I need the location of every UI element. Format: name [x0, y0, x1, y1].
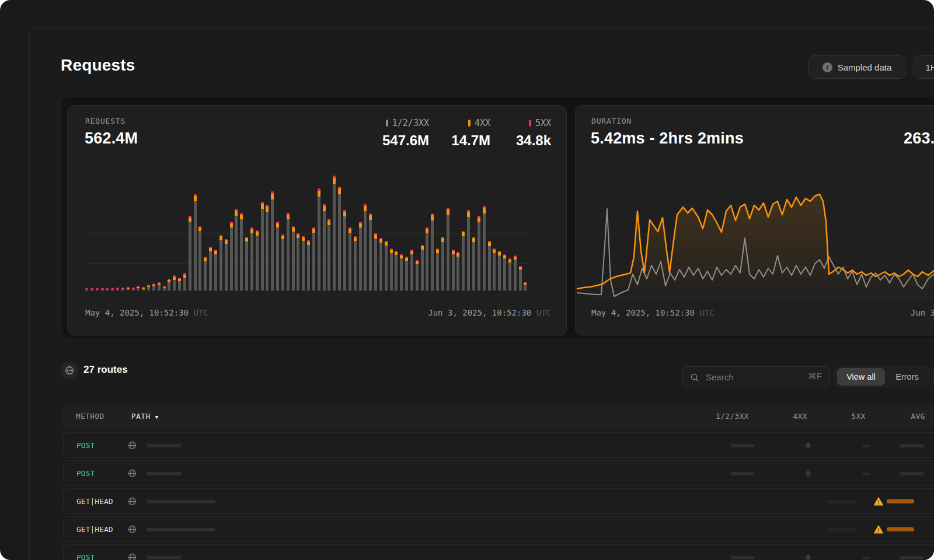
chart-bar	[225, 239, 228, 290]
globe-icon	[128, 441, 137, 450]
duration-line-chart	[575, 187, 934, 303]
legend-4xx-value: 14.7M	[451, 132, 490, 149]
chart-bar	[369, 214, 372, 290]
legend-4xx: 4XX 14.7M	[435, 118, 490, 149]
route-row[interactable]: GET|HEAD	[63, 488, 934, 514]
chart-bar	[410, 250, 413, 290]
duration-date-start: May 4, 2025, 10:52:30 UTC	[591, 308, 715, 317]
chart-bar	[198, 226, 201, 290]
chart-bar	[281, 235, 284, 290]
chart-bar	[219, 235, 222, 290]
chart-bar	[292, 226, 295, 290]
chart-bar	[436, 249, 439, 290]
search-input[interactable]	[705, 367, 798, 387]
chart-bar	[240, 213, 243, 290]
chart-bar	[333, 176, 336, 290]
sampled-data-button[interactable]: i Sampled data	[808, 55, 905, 79]
chart-bar	[364, 204, 367, 290]
chart-bar	[421, 245, 424, 290]
4xx-value: 0	[787, 470, 810, 478]
route-row[interactable]: POST0	[63, 544, 934, 560]
chart-bar	[111, 288, 114, 290]
search-shortcut: ⌘F	[808, 371, 822, 382]
chart-bar	[142, 287, 145, 290]
chart-bar	[343, 210, 346, 290]
requests-bar-chart	[85, 174, 530, 290]
chart-bar	[514, 256, 517, 290]
chart-bar	[168, 279, 170, 290]
chart-bar	[96, 288, 99, 290]
chart-bar	[250, 228, 253, 290]
duration-date-end: Jun 3, 2025, 10:52:30 UTC	[911, 308, 934, 317]
filter-errors[interactable]: Errors	[885, 368, 929, 386]
redacted-path	[147, 556, 182, 559]
col-4xx: 4XX	[761, 412, 807, 421]
redacted-path	[147, 472, 182, 475]
avg-warning	[874, 497, 883, 506]
routes-globe-chip	[61, 362, 78, 379]
chart-bar	[194, 194, 197, 290]
filter-view-all[interactable]: View all	[837, 368, 885, 386]
chart-bar	[183, 273, 186, 290]
chart-bar	[245, 237, 248, 290]
chart-bar	[178, 278, 181, 290]
routes-count: 27 routes	[83, 364, 128, 376]
chart-bar	[106, 288, 109, 290]
redacted-5xx-value	[828, 500, 856, 503]
chart-bar	[276, 222, 279, 290]
duration-card-label: DURATION	[591, 117, 632, 125]
route-row[interactable]: GET|HEAD	[63, 516, 934, 542]
redacted-path	[147, 500, 215, 503]
4xx-value: 0	[787, 442, 810, 450]
chart-bar	[426, 228, 428, 290]
chart-bar	[261, 202, 264, 290]
chart-bar	[256, 230, 259, 290]
chart-bar	[374, 233, 377, 290]
chart-bar	[379, 238, 382, 290]
chart-bar	[327, 219, 330, 290]
table-header: METHOD PATH ▼ 1/2/3XX 4XX 5XX AVG	[63, 404, 934, 429]
search-box[interactable]: ⌘F	[682, 366, 830, 387]
redacted-path	[147, 444, 182, 447]
chart-bar	[116, 288, 119, 290]
legend-123xx-label: 1/2/3XX	[392, 118, 429, 128]
chart-bar	[405, 257, 408, 290]
chart-bar	[431, 214, 434, 290]
route-row[interactable]: POST0	[63, 460, 934, 486]
time-range-button[interactable]: 1H	[914, 55, 934, 79]
route-row[interactable]: POST0	[63, 432, 934, 458]
redacted-avg-value	[900, 556, 924, 559]
duration-right-value: 263.1	[904, 130, 934, 148]
chart-bar	[488, 241, 491, 290]
redacted-5xx-value	[862, 444, 870, 447]
chart-bar	[508, 258, 511, 290]
legend-123xx-swatch	[386, 120, 388, 127]
col-path[interactable]: PATH ▼	[131, 412, 159, 421]
chart-bar	[390, 249, 393, 290]
chart-bar	[400, 254, 403, 290]
method-cell: GET|HEAD	[76, 525, 113, 534]
chart-bar	[189, 216, 191, 290]
chart-bar	[132, 288, 135, 290]
chart-bar	[127, 287, 130, 290]
chart-bar	[416, 260, 419, 290]
chart-bar	[204, 257, 207, 290]
requests-date-end: Jun 3, 2025, 10:52:30 UTC	[350, 308, 551, 317]
chart-bar	[163, 286, 166, 290]
col-123xx: 1/2/3XX	[691, 412, 749, 421]
time-range-label: 1H	[925, 62, 934, 72]
redacted-5xx-value	[862, 473, 870, 475]
legend-5xx-swatch	[529, 120, 531, 127]
redacted-5xx-value	[862, 556, 870, 559]
chart-bar	[348, 228, 351, 290]
legend-4xx-swatch	[468, 120, 471, 127]
globe-icon	[128, 525, 137, 534]
redacted-123xx-value	[731, 444, 754, 447]
duration-range: 5.42ms - 2hrs 2mins	[591, 130, 744, 148]
chart-bar	[385, 241, 388, 290]
redacted-avg-value-warning	[887, 527, 914, 531]
4xx-value: 0	[787, 554, 810, 560]
col-avg: AVG	[879, 412, 925, 421]
chart-bar	[338, 187, 341, 290]
chart-bar	[297, 233, 299, 290]
